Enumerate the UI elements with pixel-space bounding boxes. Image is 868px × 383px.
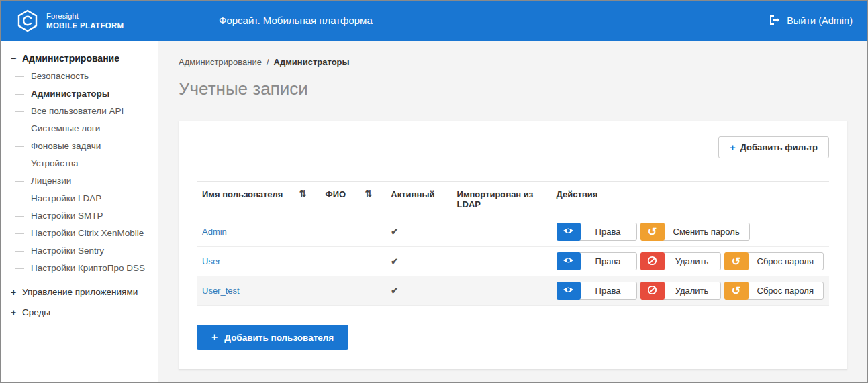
reset-password-icon-button[interactable]: ↺ xyxy=(724,282,749,300)
fio-cell xyxy=(320,276,386,306)
block-icon-button[interactable] xyxy=(640,282,665,300)
ldap-cell xyxy=(452,217,551,247)
rights-button[interactable]: Права xyxy=(579,223,637,241)
add-user-label: Добавить пользователя xyxy=(224,333,334,343)
reset-password-button[interactable]: Сброс пароля xyxy=(747,282,824,300)
sidebar-item-security[interactable]: Безопасность xyxy=(15,68,152,85)
sort-icon-fio[interactable]: ⇅ xyxy=(365,188,372,199)
fio-cell xyxy=(320,247,386,276)
add-filter-label: Добавить фильтр xyxy=(740,142,818,152)
logo-subtitle: MOBILE PLATFORM xyxy=(46,21,124,30)
breadcrumb-current: Администраторы xyxy=(274,57,350,67)
ldap-cell xyxy=(452,276,551,306)
sidebar-item-administrators[interactable]: Администраторы xyxy=(15,85,152,103)
reset-password-icon-button[interactable]: ↺ xyxy=(640,223,665,241)
ldap-cell xyxy=(452,247,551,276)
sidebar-section-label: Администрирование xyxy=(22,50,119,66)
breadcrumb: Администрирование / Администраторы xyxy=(179,57,847,67)
column-header-fio: ФИО ⇅ xyxy=(320,182,386,217)
collapse-icon[interactable]: − xyxy=(10,50,17,66)
active-check-icon: ✔ xyxy=(391,227,398,237)
fio-cell xyxy=(320,217,386,247)
sidebar-item-background-tasks[interactable]: Фоновые задачи xyxy=(15,138,152,155)
sidebar-item-devices[interactable]: Устройства xyxy=(15,155,152,172)
user-link[interactable]: User_test xyxy=(202,286,240,296)
delete-button[interactable]: Удалить xyxy=(663,252,721,270)
column-header-ldap: Импортирован из LDAP xyxy=(452,182,551,217)
sidebar-section-label: Управление приложениями xyxy=(22,284,138,301)
rights-button[interactable]: Права xyxy=(579,252,637,270)
sidebar-item-smtp-settings[interactable]: Настройки SMTP xyxy=(15,207,152,225)
add-filter-button[interactable]: + Добавить фильтр xyxy=(718,136,829,158)
change-password-button[interactable]: Сменить пароль xyxy=(663,223,750,241)
reset-icon: ↺ xyxy=(648,225,657,238)
block-icon-button[interactable] xyxy=(640,252,665,270)
column-header-actions: Действия xyxy=(551,182,829,217)
table-row-user-test: User_test ✔ Права xyxy=(197,276,829,306)
accounts-table: Имя пользователя ⇅ ФИО ⇅ Активный Импорт… xyxy=(197,181,829,306)
sidebar-item-ldap-settings[interactable]: Настройки LDAP xyxy=(15,190,152,207)
reset-icon: ↺ xyxy=(732,255,740,268)
view-button[interactable] xyxy=(557,282,581,300)
block-icon xyxy=(647,285,657,297)
column-header-active: Активный xyxy=(385,182,451,217)
expand-icon[interactable]: + xyxy=(10,304,17,321)
app-title: Форсайт. Мобильная платформа xyxy=(219,15,373,26)
logo: Foresight MOBILE PLATFORM xyxy=(15,9,124,33)
main-content: Администрирование / Администраторы Учетн… xyxy=(158,41,867,383)
eye-icon xyxy=(563,227,574,237)
logo-title: Foresight xyxy=(46,11,124,21)
table-row-admin: Admin ✔ Права xyxy=(197,217,829,247)
plus-icon: + xyxy=(730,142,736,152)
sidebar-item-api-users[interactable]: Все пользователи API xyxy=(15,103,152,120)
logout-icon xyxy=(769,14,781,28)
user-link[interactable]: User xyxy=(202,256,220,266)
sidebar-item-system-logs[interactable]: Системные логи xyxy=(15,120,152,138)
app-header: Foresight MOBILE PLATFORM Форсайт. Мобил… xyxy=(1,1,867,41)
eye-icon xyxy=(563,286,574,296)
accounts-card: + Добавить фильтр Имя пользователя ⇅ xyxy=(179,121,847,370)
logout-label: Выйти (Admin) xyxy=(787,15,853,26)
user-link[interactable]: Admin xyxy=(202,227,227,237)
sort-icon-username[interactable]: ⇅ xyxy=(299,188,307,199)
column-header-username: Имя пользователя ⇅ xyxy=(197,182,320,217)
active-check-icon: ✔ xyxy=(391,286,398,296)
delete-button[interactable]: Удалить xyxy=(663,282,721,300)
rights-button[interactable]: Права xyxy=(579,282,637,300)
sidebar-section-label: Среды xyxy=(22,304,50,321)
sidebar-section-administration[interactable]: − Администрирование xyxy=(10,50,152,66)
reset-icon: ↺ xyxy=(732,284,740,297)
block-icon xyxy=(647,256,657,268)
breadcrumb-separator: / xyxy=(267,57,269,67)
breadcrumb-parent[interactable]: Администрирование xyxy=(179,57,262,67)
view-button[interactable] xyxy=(557,223,581,241)
sidebar-item-cryptopro-settings[interactable]: Настройки КриптоПро DSS xyxy=(15,260,152,277)
active-check-icon: ✔ xyxy=(391,256,398,266)
eye-icon xyxy=(563,256,574,266)
expand-icon[interactable]: + xyxy=(10,284,17,301)
page-title: Учетные записи xyxy=(179,78,847,99)
reset-password-button[interactable]: Сброс пароля xyxy=(747,252,824,270)
logout-button[interactable]: Выйти (Admin) xyxy=(769,14,853,28)
reset-password-icon-button[interactable]: ↺ xyxy=(724,252,749,270)
sidebar: − Администрирование Безопасность Админис… xyxy=(1,41,158,383)
sidebar-tree: Безопасность Администраторы Все пользова… xyxy=(10,68,152,277)
foresight-logo-icon xyxy=(15,9,40,33)
sidebar-item-citrix-settings[interactable]: Настройки Citrix XenMobile xyxy=(15,225,152,242)
sidebar-item-licenses[interactable]: Лицензии xyxy=(15,172,152,190)
sidebar-section-app-management[interactable]: + Управление приложениями xyxy=(10,284,152,301)
plus-icon: + xyxy=(211,332,218,343)
sidebar-item-sentry-settings[interactable]: Настройки Sentry xyxy=(15,242,152,260)
add-user-button[interactable]: + Добавить пользователя xyxy=(197,325,348,350)
table-row-user: User ✔ Права xyxy=(197,247,829,276)
view-button[interactable] xyxy=(557,252,581,270)
sidebar-section-environments[interactable]: + Среды xyxy=(10,304,152,321)
